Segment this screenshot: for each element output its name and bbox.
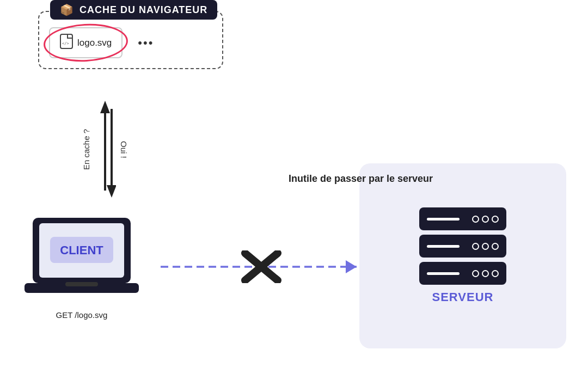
file-item: </> logo.svg bbox=[49, 27, 122, 58]
cache-file-row: </> logo.svg ••• bbox=[49, 27, 212, 58]
en-cache-label: En cache ? bbox=[82, 129, 91, 170]
client-area: CLIENT GET /logo.svg bbox=[22, 212, 142, 320]
disk-circle-e bbox=[482, 243, 489, 250]
serveur-label: SERVEUR bbox=[432, 290, 494, 304]
vertical-arrows-svg bbox=[94, 98, 116, 201]
svg-rect-11 bbox=[65, 282, 98, 286]
disk-circles-3 bbox=[472, 270, 499, 277]
svg-file-icon: </> bbox=[60, 34, 73, 52]
disk-line-3 bbox=[427, 272, 460, 275]
svg-text:</>: </> bbox=[62, 41, 69, 46]
disk-circles-2 bbox=[472, 243, 499, 250]
disk-2 bbox=[419, 235, 506, 258]
laptop-svg: CLIENT bbox=[22, 212, 142, 305]
disk-circle-h bbox=[482, 270, 489, 277]
disk-circle-f bbox=[492, 243, 499, 250]
get-request-label: GET /logo.svg bbox=[56, 310, 108, 320]
arrows-column: En cache ? Oui ! bbox=[82, 95, 128, 204]
server-disks bbox=[419, 207, 506, 285]
server-section: SERVEUR bbox=[359, 163, 566, 348]
disk-circle-c bbox=[492, 216, 499, 223]
disk-circle-i bbox=[492, 270, 499, 277]
svg-marker-5 bbox=[107, 185, 116, 198]
file-name-label: logo.svg bbox=[77, 38, 112, 48]
svg-marker-13 bbox=[346, 260, 357, 273]
svg-marker-3 bbox=[100, 101, 110, 113]
dashed-arrow-x-svg bbox=[161, 250, 378, 283]
cache-title-badge: 📦 CACHE DU NAVIGATEUR bbox=[50, 0, 217, 20]
disk-line-2 bbox=[427, 245, 460, 248]
disk-1 bbox=[419, 207, 506, 230]
ellipsis-dots: ••• bbox=[138, 36, 154, 50]
package-icon: 📦 bbox=[60, 3, 74, 16]
disk-circle-a bbox=[472, 216, 479, 223]
disk-circles-1 bbox=[472, 216, 499, 223]
inutile-label: Inutile de passer par le serveur bbox=[289, 173, 433, 185]
disk-circle-g bbox=[472, 270, 479, 277]
disk-3 bbox=[419, 262, 506, 285]
disk-circle-b bbox=[482, 216, 489, 223]
cache-box: 📦 CACHE DU NAVIGATEUR </> logo.svg ••• bbox=[38, 11, 223, 69]
oui-label: Oui ! bbox=[119, 141, 128, 158]
diagram-container: 📦 CACHE DU NAVIGATEUR </> logo.svg ••• E bbox=[0, 0, 588, 392]
disk-circle-d bbox=[472, 243, 479, 250]
disk-line-1 bbox=[427, 218, 460, 220]
svg-text:CLIENT: CLIENT bbox=[60, 243, 103, 257]
cache-title: CACHE DU NAVIGATEUR bbox=[79, 4, 207, 16]
